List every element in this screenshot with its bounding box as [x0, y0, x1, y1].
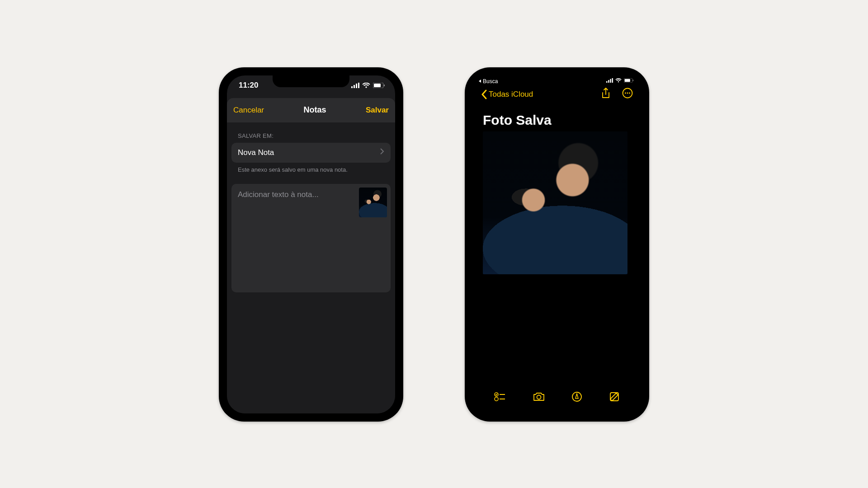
singer-image-icon — [483, 131, 627, 274]
notch — [519, 75, 595, 87]
share-button[interactable] — [601, 88, 610, 101]
svg-point-17 — [629, 92, 630, 94]
svg-rect-10 — [612, 78, 613, 83]
phone-screen: 11:20 Cancelar Notas Salvar SALVAR EM: — [227, 75, 395, 413]
svg-rect-8 — [608, 80, 609, 83]
chevron-left-icon — [481, 89, 487, 99]
camera-icon — [533, 392, 545, 402]
svg-rect-13 — [633, 80, 634, 81]
more-button[interactable] — [622, 88, 633, 101]
wifi-icon — [362, 83, 370, 88]
svg-point-15 — [625, 92, 626, 94]
phone-frame: Busca Todas iCloud — [465, 67, 649, 422]
svg-rect-6 — [384, 84, 385, 86]
svg-rect-12 — [625, 79, 630, 82]
svg-point-16 — [627, 92, 628, 94]
svg-point-20 — [495, 397, 498, 401]
svg-rect-5 — [374, 84, 381, 87]
compose-button[interactable] — [609, 391, 620, 404]
status-time: 11:20 — [239, 81, 258, 90]
destination-hint: Este anexo será salvo em uma nova nota. — [227, 163, 395, 173]
destination-row[interactable]: Nova Nota — [231, 143, 391, 163]
svg-rect-7 — [606, 81, 608, 82]
cellular-icon — [351, 83, 359, 88]
markup-button[interactable] — [571, 391, 582, 404]
camera-button[interactable] — [533, 392, 545, 404]
note-image[interactable] — [483, 131, 627, 274]
cancel-button[interactable]: Cancelar — [233, 106, 264, 115]
battery-icon — [373, 83, 385, 88]
svg-rect-0 — [351, 86, 353, 88]
ellipsis-circle-icon — [622, 88, 633, 99]
status-icons — [606, 78, 634, 83]
svg-point-22 — [537, 395, 541, 399]
attachment-thumbnail[interactable] — [359, 188, 387, 217]
compose-icon — [609, 391, 620, 402]
nav-actions — [601, 88, 633, 101]
breadcrumb-label: Busca — [483, 78, 498, 84]
svg-rect-3 — [358, 83, 359, 88]
battery-icon — [624, 78, 634, 83]
markup-icon — [571, 391, 582, 402]
back-to-app-breadcrumb[interactable]: Busca — [478, 78, 498, 84]
cellular-icon — [606, 78, 613, 83]
share-sheet: Cancelar Notas Salvar SALVAR EM: Nova No… — [227, 98, 395, 413]
back-button[interactable]: Todas iCloud — [481, 89, 533, 99]
phone-frame: 11:20 Cancelar Notas Salvar SALVAR EM: — [219, 67, 403, 422]
checklist-button[interactable] — [494, 392, 506, 404]
note-text-placeholder: Adicionar texto à nota... — [238, 190, 319, 199]
svg-rect-2 — [356, 84, 357, 88]
nav-bar: Todas iCloud — [473, 84, 641, 104]
destination-value: Nova Nota — [238, 148, 274, 157]
sheet-header: Cancelar Notas Salvar — [227, 98, 395, 122]
bottom-toolbar — [473, 387, 641, 408]
note-title: Foto Salva — [473, 104, 641, 131]
caret-left-icon — [478, 79, 481, 83]
note-text-input[interactable]: Adicionar texto à nota... — [231, 184, 391, 292]
sheet-title: Notas — [303, 105, 326, 115]
back-label: Todas iCloud — [489, 90, 533, 99]
save-in-label: SALVAR EM: — [227, 122, 395, 143]
notch — [273, 75, 349, 87]
share-icon — [601, 88, 610, 99]
wifi-icon — [615, 78, 622, 83]
phone-screen: Busca Todas iCloud — [473, 75, 641, 413]
singer-image-icon — [359, 188, 387, 217]
app-background: 11:20 Cancelar Notas Salvar SALVAR EM: — [227, 75, 395, 413]
svg-rect-1 — [354, 85, 355, 88]
status-icons — [351, 83, 385, 88]
svg-rect-9 — [610, 79, 611, 82]
save-button[interactable]: Salvar — [366, 106, 389, 115]
chevron-right-icon — [380, 148, 384, 157]
checklist-icon — [494, 392, 506, 402]
